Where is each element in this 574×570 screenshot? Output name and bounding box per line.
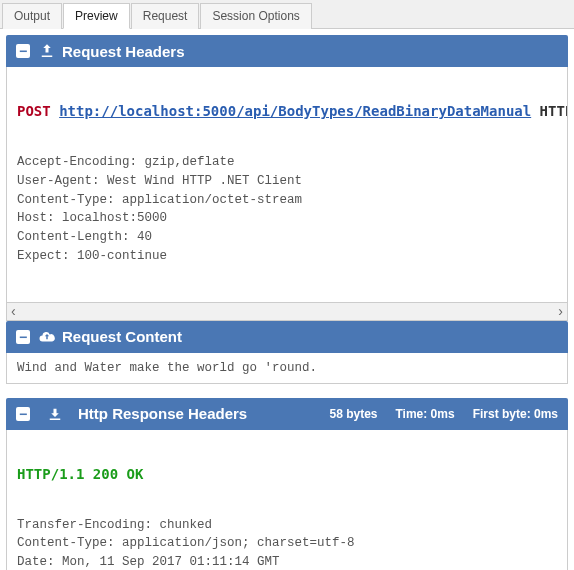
response-stats: 58 bytes Time: 0ms First byte: 0ms: [329, 407, 558, 421]
stat-first-byte: First byte: 0ms: [473, 407, 558, 421]
tab-request[interactable]: Request: [131, 3, 200, 29]
http-method: POST: [17, 103, 51, 119]
collapse-icon[interactable]: −: [16, 407, 30, 421]
collapse-icon[interactable]: −: [16, 330, 30, 344]
cloud-upload-icon: [38, 328, 56, 346]
request-content-body: Wind and Water make the world go 'round.: [6, 353, 568, 384]
request-headers-title: Request Headers: [62, 43, 185, 60]
http-status-line: HTTP/1.1 200 OK: [17, 466, 557, 482]
download-icon: [46, 405, 64, 423]
stat-time: Time: 0ms: [396, 407, 455, 421]
tab-session-options[interactable]: Session Options: [200, 3, 311, 29]
request-headers-block: Accept-Encoding: gzip,deflate User-Agent…: [17, 153, 557, 266]
collapse-icon[interactable]: −: [16, 44, 30, 58]
request-url[interactable]: http://localhost:5000/api/BodyTypes/Read…: [59, 103, 531, 119]
scroll-right-icon[interactable]: ›: [558, 303, 563, 319]
tab-bar: Output Preview Request Session Options: [0, 0, 574, 29]
tab-preview[interactable]: Preview: [63, 3, 130, 29]
response-headers-block: Transfer-Encoding: chunked Content-Type:…: [17, 516, 557, 571]
request-content-title: Request Content: [62, 328, 182, 345]
http-protocol: HTTP/1.: [540, 103, 568, 119]
stat-bytes: 58 bytes: [329, 407, 377, 421]
response-headers-title: Http Response Headers: [78, 405, 247, 422]
scroll-left-icon[interactable]: ‹: [11, 303, 16, 319]
horizontal-scrollbar[interactable]: ‹ ›: [6, 303, 568, 321]
request-headers-header[interactable]: − Request Headers: [6, 35, 568, 67]
request-line: POST http://localhost:5000/api/BodyTypes…: [17, 103, 557, 119]
request-content-header[interactable]: − Request Content: [6, 321, 568, 353]
upload-icon: [38, 42, 56, 60]
response-headers-header[interactable]: − Http Response Headers 58 bytes Time: 0…: [6, 398, 568, 430]
request-headers-content: POST http://localhost:5000/api/BodyTypes…: [6, 67, 568, 303]
response-headers-content: HTTP/1.1 200 OK Transfer-Encoding: chunk…: [6, 430, 568, 571]
tab-output[interactable]: Output: [2, 3, 62, 29]
